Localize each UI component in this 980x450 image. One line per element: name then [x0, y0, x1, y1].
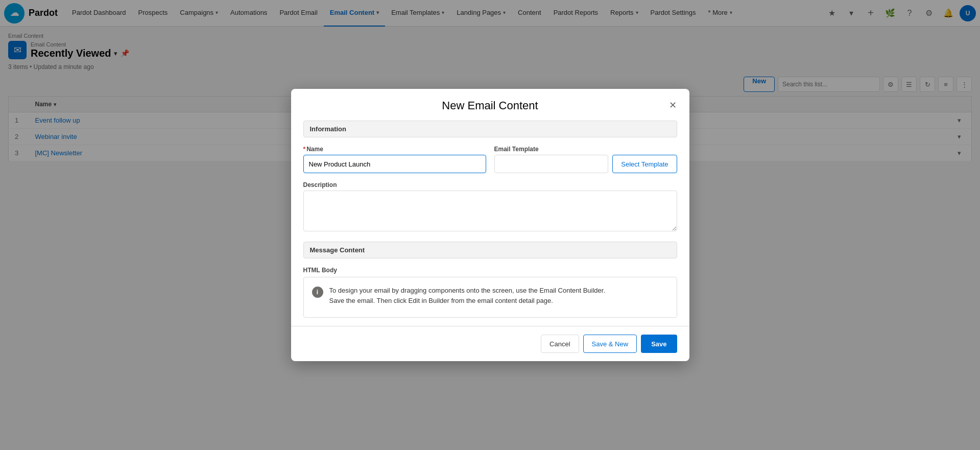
information-section-header: Information [303, 121, 677, 137]
modal-close-button[interactable]: ✕ [665, 97, 681, 113]
modal-title: New Email Content [303, 99, 677, 112]
name-template-row: *Name Email Template Select Template [303, 146, 677, 168]
email-template-field: Email Template Select Template [494, 146, 677, 168]
email-template-row: Select Template [494, 155, 677, 168]
new-email-content-modal: New Email Content ✕ Information *Name Em… [291, 89, 689, 168]
modal-header: New Email Content [291, 89, 689, 121]
name-label: *Name [303, 146, 486, 153]
required-star: * [303, 146, 306, 153]
name-field: *Name [303, 146, 486, 168]
name-input[interactable] [303, 155, 486, 168]
modal-overlay: New Email Content ✕ Information *Name Em… [0, 0, 980, 168]
email-template-label: Email Template [494, 146, 677, 153]
select-template-button[interactable]: Select Template [612, 155, 677, 168]
modal-body: Information *Name Email Template Select … [291, 121, 689, 168]
email-template-value [494, 155, 609, 168]
